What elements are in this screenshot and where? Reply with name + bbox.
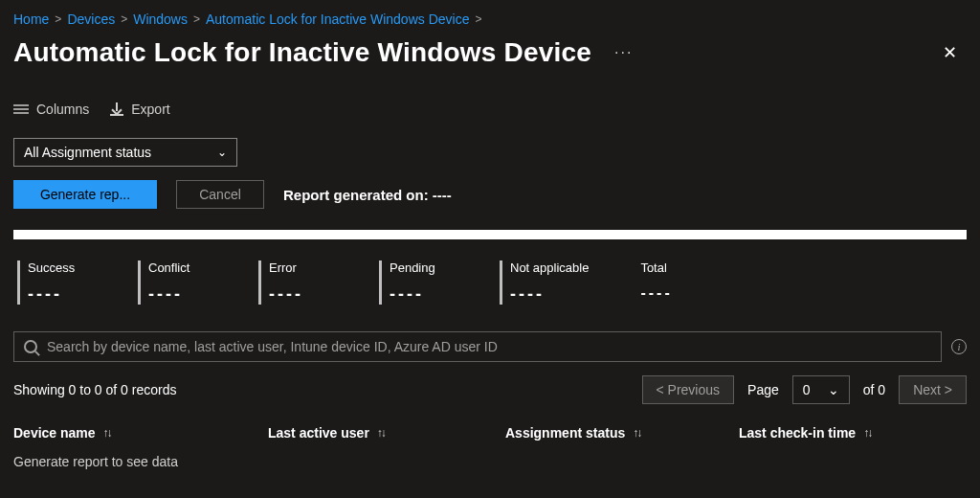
pager-controls: < Previous Page 0 ⌄ of 0 Next > xyxy=(642,375,967,404)
records-count-text: Showing 0 to 0 of 0 records xyxy=(13,382,176,397)
metric-label: Error xyxy=(269,260,327,275)
page-title: Automatic Lock for Inactive Windows Devi… xyxy=(13,37,591,68)
chevron-right-icon: > xyxy=(55,12,61,26)
download-icon xyxy=(110,102,123,116)
col-label: Device name xyxy=(13,425,96,441)
metric-value: ---- xyxy=(28,284,86,305)
metric-label: Pending xyxy=(390,260,448,275)
chevron-right-icon: > xyxy=(121,12,127,26)
current-page: 0 xyxy=(803,382,811,397)
metric-label: Conflict xyxy=(148,260,207,275)
action-row: Generate rep... Cancel Report generated … xyxy=(13,180,967,209)
of-label: of 0 xyxy=(863,382,885,397)
col-device-name[interactable]: Device name ↑↓ xyxy=(13,425,268,441)
toolbar: Columns Export xyxy=(13,102,967,117)
export-label: Export xyxy=(131,102,169,117)
breadcrumb-devices[interactable]: Devices xyxy=(67,11,115,27)
metric-not-applicable: Not applicable ---- xyxy=(500,260,589,305)
cancel-button[interactable]: Cancel xyxy=(176,180,264,209)
metric-value: ---- xyxy=(269,284,327,305)
metric-conflict: Conflict ---- xyxy=(138,260,207,305)
more-actions-button[interactable]: ··· xyxy=(609,40,638,65)
table-header: Device name ↑↓ Last active user ↑↓ Assig… xyxy=(13,421,967,450)
generate-report-button[interactable]: Generate rep... xyxy=(13,180,157,209)
previous-page-button[interactable]: < Previous xyxy=(642,375,735,404)
col-last-active-user[interactable]: Last active user ↑↓ xyxy=(268,425,505,441)
info-icon[interactable]: i xyxy=(951,339,967,354)
breadcrumb: Home > Devices > Windows > Automatic Loc… xyxy=(13,11,967,27)
search-input[interactable] xyxy=(47,339,931,354)
search-box[interactable] xyxy=(13,331,942,362)
breadcrumb-windows[interactable]: Windows xyxy=(133,11,188,27)
chevron-down-icon: ⌄ xyxy=(828,382,839,397)
breadcrumb-current[interactable]: Automatic Lock for Inactive Windows Devi… xyxy=(206,11,469,27)
sort-arrows-icon: ↑↓ xyxy=(633,426,640,440)
metric-value: ---- xyxy=(510,284,589,305)
metric-success: Success ---- xyxy=(17,260,86,305)
chevron-right-icon: > xyxy=(193,12,200,26)
col-assignment-status[interactable]: Assignment status ↑↓ xyxy=(505,425,739,441)
col-label: Last check-in time xyxy=(739,425,856,441)
col-label: Last active user xyxy=(268,425,369,441)
breadcrumb-home[interactable]: Home xyxy=(13,11,49,27)
columns-label: Columns xyxy=(36,102,89,117)
metric-value: ---- xyxy=(148,284,207,305)
sort-arrows-icon: ↑↓ xyxy=(103,426,111,440)
filter-row: All Assignment status ⌄ xyxy=(13,138,967,167)
progress-bar xyxy=(13,230,967,239)
sort-arrows-icon: ↑↓ xyxy=(863,426,871,440)
title-row: Automatic Lock for Inactive Windows Devi… xyxy=(13,36,967,69)
col-label: Assignment status xyxy=(505,425,625,441)
metric-value: ---- xyxy=(390,284,448,305)
metric-label: Success xyxy=(28,260,86,275)
metric-label: Not applicable xyxy=(510,260,589,275)
col-last-check-in-time[interactable]: Last check-in time ↑↓ xyxy=(739,425,967,441)
columns-button[interactable]: Columns xyxy=(13,102,89,117)
chevron-right-icon: > xyxy=(475,12,481,26)
close-button[interactable]: ✕ xyxy=(933,36,967,69)
assignment-status-value: All Assignment status xyxy=(24,145,151,160)
metric-pending: Pending ---- xyxy=(379,260,448,305)
metric-value: ---- xyxy=(640,284,709,302)
metric-error: Error ---- xyxy=(258,260,327,305)
metric-total: Total ---- xyxy=(640,260,709,305)
assignment-status-select[interactable]: All Assignment status ⌄ xyxy=(13,138,237,167)
page-label: Page xyxy=(747,382,779,397)
sort-arrows-icon: ↑↓ xyxy=(377,426,385,440)
columns-icon xyxy=(13,102,29,116)
export-button[interactable]: Export xyxy=(110,102,169,117)
metric-label: Total xyxy=(640,260,709,275)
next-page-button[interactable]: Next > xyxy=(899,375,967,404)
metrics-row: Success ---- Conflict ---- Error ---- Pe… xyxy=(13,260,967,305)
search-row: i xyxy=(13,331,967,362)
table-empty-message: Generate report to see data xyxy=(13,450,967,469)
chevron-down-icon: ⌄ xyxy=(217,146,227,159)
search-icon xyxy=(24,340,37,353)
pager-row: Showing 0 to 0 of 0 records < Previous P… xyxy=(13,375,967,404)
report-generated-text: Report generated on: ---- xyxy=(283,187,452,203)
page-select[interactable]: 0 ⌄ xyxy=(792,375,850,404)
